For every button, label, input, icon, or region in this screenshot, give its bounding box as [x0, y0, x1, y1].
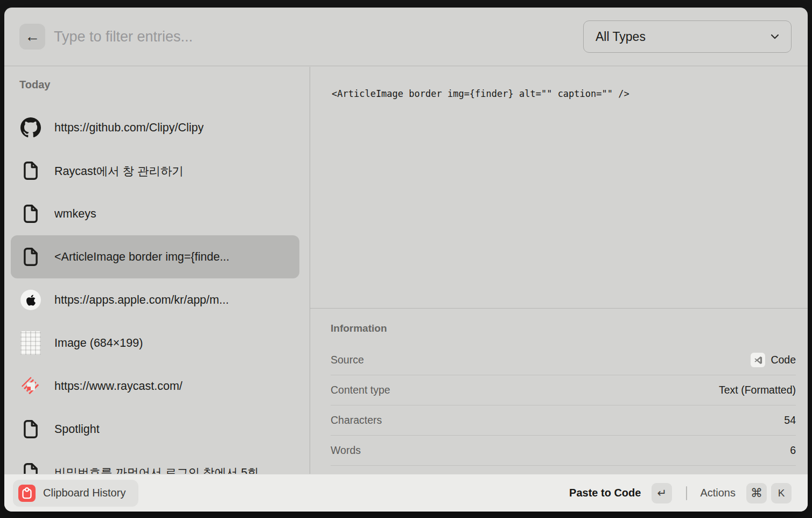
list-item-label: <ArticleImage border img={finde...	[54, 250, 229, 264]
entry-list: Today https://github.com/Clipy/Clipy Ray…	[4, 67, 310, 474]
document-icon	[20, 245, 41, 269]
header: ← All Types	[4, 8, 808, 66]
list-item[interactable]: Image (684×199)	[11, 321, 299, 365]
body: Today https://github.com/Clipy/Clipy Ray…	[4, 67, 808, 474]
list-item[interactable]: 비밀번호를 까먹어서 로그인 창에서 5회...	[11, 451, 299, 474]
document-icon	[20, 202, 41, 226]
list-item-label: 비밀번호를 까먹어서 로그인 창에서 5회...	[54, 465, 269, 474]
clipboard-app-icon	[18, 485, 36, 502]
footer-actions: Paste to Code ↵ Actions ⌘ K	[569, 483, 792, 503]
app-name: Clipboard History	[43, 487, 125, 499]
document-icon	[20, 460, 41, 474]
search-input[interactable]	[54, 8, 538, 66]
github-icon	[20, 116, 41, 139]
detail-panel: <ArticleImage border img={finder} alt=""…	[310, 67, 808, 474]
list-item-label: https://apps.apple.com/kr/app/m...	[54, 293, 229, 307]
list-item[interactable]: https://www.raycast.com/	[11, 365, 299, 408]
info-row-content-type: Content type Text (Formatted)	[331, 375, 796, 405]
app-pill[interactable]: Clipboard History	[13, 480, 138, 507]
apple-icon	[20, 288, 41, 312]
information-title: Information	[331, 323, 796, 334]
info-label: Content type	[331, 384, 390, 396]
footer-bar: Clipboard History Paste to Code ↵ Action…	[4, 474, 808, 512]
document-icon	[20, 417, 41, 441]
info-value: Code	[771, 354, 796, 366]
back-arrow-icon: ←	[25, 28, 40, 45]
list-item[interactable]: Raycast에서 창 관리하기	[11, 149, 299, 192]
actions-button[interactable]: Actions	[700, 487, 736, 499]
type-filter-dropdown[interactable]: All Types	[583, 20, 792, 53]
document-icon	[20, 159, 41, 183]
clipboard-history-window: ← All Types Today https://github.com/Cli…	[4, 8, 808, 512]
k-key-icon: K	[771, 483, 792, 503]
list-item-selected[interactable]: <ArticleImage border img={finde...	[11, 235, 299, 278]
list-item-label: Image (684×199)	[54, 337, 143, 350]
chevron-down-icon	[771, 34, 779, 39]
info-label: Source	[331, 354, 364, 366]
info-value: Text (Formatted)	[719, 384, 796, 396]
paste-to-code-button[interactable]: Paste to Code	[569, 487, 641, 499]
footer-divider	[686, 486, 687, 500]
back-button[interactable]: ←	[19, 24, 45, 50]
list-item[interactable]: wmkeys	[11, 192, 299, 235]
list-item-label: Spotlight	[54, 423, 100, 436]
clipboard-content-preview: <ArticleImage border img={finder} alt=""…	[332, 88, 795, 99]
list-item-label: Raycast에서 창 관리하기	[54, 163, 184, 179]
type-filter-label: All Types	[596, 30, 646, 44]
vscode-icon	[751, 353, 765, 367]
raycast-icon	[20, 374, 41, 398]
list-item-label: https://github.com/Clipy/Clipy	[54, 121, 204, 135]
info-label: Words	[331, 444, 361, 457]
list-item[interactable]: Spotlight	[11, 408, 299, 451]
return-key-icon: ↵	[652, 483, 672, 503]
list-item[interactable]: https://apps.apple.com/kr/app/m...	[11, 278, 299, 321]
info-row-source: Source Code	[331, 345, 796, 375]
info-row-copied: Copied Today at 01:00:04	[331, 466, 796, 474]
list-item[interactable]: https://github.com/Clipy/Clipy	[11, 106, 299, 149]
command-key-icon: ⌘	[746, 483, 767, 503]
info-row-words: Words 6	[331, 436, 796, 466]
info-row-characters: Characters 54	[331, 405, 796, 436]
information-section: Information Source Code Content type Tex…	[310, 309, 808, 474]
info-value: 54	[784, 414, 796, 426]
info-value: 6	[790, 444, 796, 457]
image-thumbnail	[20, 331, 41, 355]
list-item-label: https://www.raycast.com/	[54, 380, 183, 393]
list-item-label: wmkeys	[54, 207, 96, 221]
info-label: Characters	[331, 414, 382, 426]
section-header-today: Today	[19, 79, 50, 91]
